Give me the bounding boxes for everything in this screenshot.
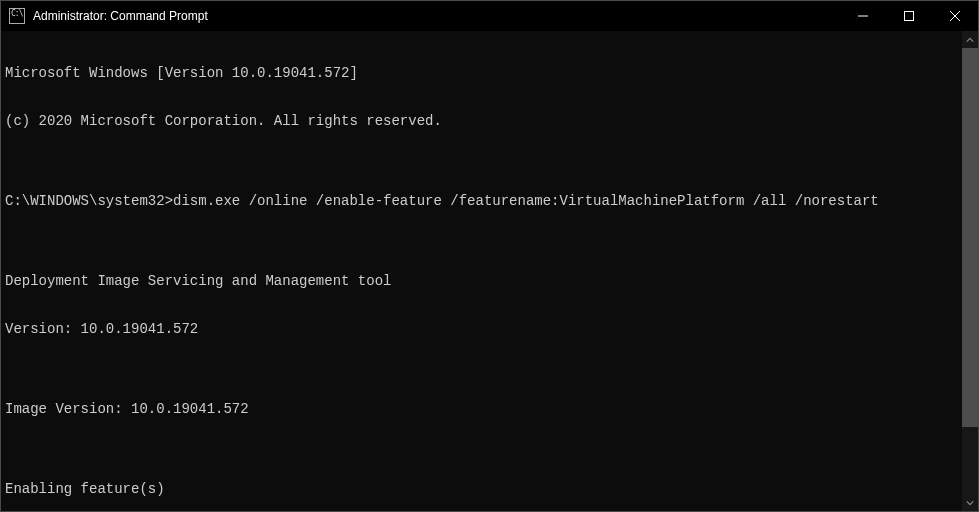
terminal-line: Enabling feature(s) [5,481,958,497]
vertical-scrollbar[interactable] [962,31,978,511]
maximize-button[interactable] [886,1,932,31]
terminal-line: (c) 2020 Microsoft Corporation. All righ… [5,113,958,129]
cmd-icon: C:\_ [9,8,25,24]
scroll-thumb[interactable] [962,48,978,427]
terminal-line: Deployment Image Servicing and Managemen… [5,273,958,289]
titlebar[interactable]: C:\_ Administrator: Command Prompt [1,1,978,31]
window-title: Administrator: Command Prompt [31,9,840,23]
scroll-down-button[interactable] [962,494,978,511]
scroll-up-button[interactable] [962,31,978,48]
terminal-line: Version: 10.0.19041.572 [5,321,958,337]
scroll-track[interactable] [962,48,978,494]
close-button[interactable] [932,1,978,31]
minimize-button[interactable] [840,1,886,31]
window-controls [840,1,978,31]
terminal-line: Image Version: 10.0.19041.572 [5,401,958,417]
terminal-output[interactable]: Microsoft Windows [Version 10.0.19041.57… [1,31,962,511]
terminal-line: C:\WINDOWS\system32>dism.exe /online /en… [5,193,958,209]
terminal-line: Microsoft Windows [Version 10.0.19041.57… [5,65,958,81]
client-area: Microsoft Windows [Version 10.0.19041.57… [1,31,978,511]
svg-rect-0 [905,12,914,21]
